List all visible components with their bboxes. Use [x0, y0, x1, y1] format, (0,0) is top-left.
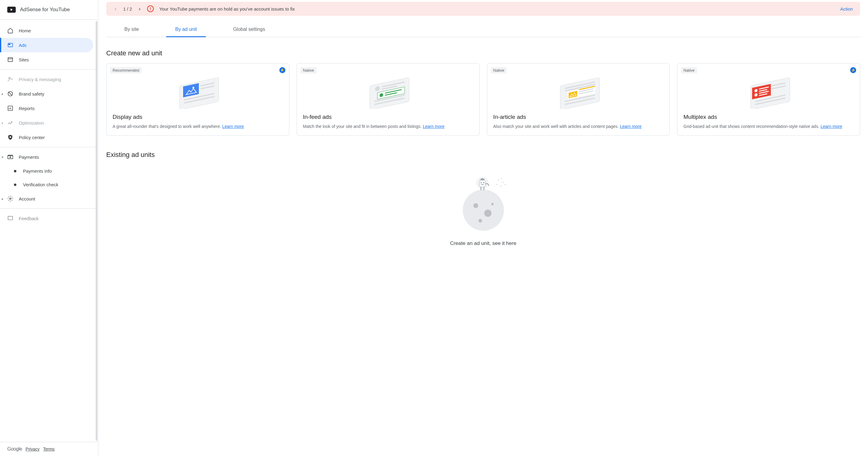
- create-section-title: Create new ad unit: [106, 49, 860, 57]
- learn-more-link[interactable]: Learn more: [423, 124, 444, 129]
- tab-by-ad-unit[interactable]: By ad unit: [175, 22, 197, 37]
- sidebar-item-policy[interactable]: Policy center: [0, 130, 98, 144]
- privacy-icon: [7, 76, 13, 82]
- sidebar-item-verification[interactable]: Verification check: [0, 178, 98, 191]
- sidebar-item-optimization[interactable]: ▸ Optimization: [0, 116, 98, 130]
- svg-rect-2: [8, 58, 13, 61]
- learn-more-link[interactable]: Learn more: [620, 124, 642, 129]
- svg-point-63: [480, 182, 482, 183]
- sidebar-item-label: Brand safety: [19, 91, 44, 96]
- svg-rect-12: [8, 156, 13, 159]
- privacy-link[interactable]: Privacy: [26, 447, 40, 452]
- youtube-logo-icon: [7, 7, 16, 13]
- svg-point-58: [484, 209, 492, 217]
- card-multiplex-ads[interactable]: Native ⚡ Multiplex ads Grid-based ad uni…: [677, 63, 860, 136]
- svg-point-72: [496, 184, 497, 185]
- sidebar-footer: Google Privacy Terms: [0, 442, 98, 456]
- bullet-icon: [14, 184, 17, 186]
- card-badge: Recommended: [110, 67, 142, 73]
- card-illustration: [683, 75, 854, 109]
- sidebar-item-account[interactable]: ▸ Account: [0, 191, 98, 206]
- alert-next-icon[interactable]: ›: [137, 6, 142, 12]
- svg-point-57: [473, 203, 478, 208]
- reports-icon: [7, 105, 13, 111]
- svg-point-56: [463, 190, 504, 231]
- empty-state: Create an ad unit, see it here: [106, 165, 860, 256]
- divider: [0, 147, 98, 147]
- svg-point-65: [480, 178, 485, 180]
- alert-action-link[interactable]: Action: [840, 6, 853, 11]
- svg-point-4: [9, 77, 10, 79]
- sidebar-item-label: Optimization: [19, 120, 44, 126]
- terms-link[interactable]: Terms: [43, 447, 55, 452]
- sidebar-item-label: Payments info: [23, 168, 52, 173]
- alert-prev-icon[interactable]: ‹: [114, 6, 118, 12]
- card-badge: Native: [301, 67, 317, 73]
- payments-icon: [7, 154, 13, 160]
- card-infeed-ads[interactable]: Native In-feed ads Match the look of you…: [297, 63, 480, 136]
- card-illustration: [493, 75, 664, 109]
- sidebar-item-sites[interactable]: Sites: [0, 52, 98, 67]
- sidebar-item-payments[interactable]: ▾ Payments: [0, 150, 98, 164]
- svg-rect-62: [480, 180, 485, 187]
- card-desc: Also match your site and work well with …: [493, 123, 664, 129]
- bullet-icon: [14, 170, 17, 172]
- sidebar-item-label: Account: [19, 196, 35, 201]
- sidebar-item-feedback[interactable]: Feedback: [0, 211, 98, 226]
- card-desc: Grid-based ad unit that shows content re…: [683, 123, 854, 129]
- alert-pager: 1 / 2: [123, 6, 132, 11]
- svg-point-15: [10, 198, 11, 200]
- sidebar-item-label: Reports: [19, 106, 35, 111]
- learn-more-link[interactable]: Learn more: [222, 124, 244, 129]
- sidebar-item-label: Home: [19, 28, 31, 33]
- svg-point-71: [504, 184, 505, 185]
- main-content: ‹ 1 / 2 › ! Your YouTube payments are on…: [98, 0, 868, 456]
- caret-right-icon: ▸: [2, 197, 3, 200]
- caret-right-icon: ▸: [2, 92, 3, 96]
- warning-icon: !: [147, 5, 154, 12]
- block-icon: [7, 91, 13, 97]
- feedback-icon: [7, 215, 13, 221]
- learn-more-link[interactable]: Learn more: [820, 124, 842, 129]
- sidebar-item-payments-info[interactable]: Payments info: [0, 164, 98, 178]
- card-desc: A great all-rounder that's designed to w…: [113, 123, 283, 129]
- svg-point-59: [478, 219, 482, 223]
- card-illustration: [113, 75, 283, 109]
- tab-by-site[interactable]: By site: [124, 22, 139, 37]
- caret-down-icon: ▾: [2, 156, 3, 159]
- card-inarticle-ads[interactable]: Native In-article ads Also match your si…: [487, 63, 670, 136]
- sidebar-item-reports[interactable]: Reports: [0, 101, 98, 116]
- sidebar-item-brand-safety[interactable]: ▸ Brand safety: [0, 87, 98, 101]
- google-logo: Google: [7, 446, 22, 452]
- sidebar-header: AdSense for YouTube: [0, 0, 98, 20]
- ad-unit-cards: Recommended ⚡ Display ads A great all-ro…: [106, 63, 860, 136]
- svg-point-64: [483, 182, 484, 183]
- card-display-ads[interactable]: Recommended ⚡ Display ads A great all-ro…: [106, 63, 289, 136]
- card-badge: Native: [491, 67, 507, 73]
- svg-line-6: [8, 92, 12, 96]
- sites-icon: [7, 57, 13, 63]
- existing-section-title: Existing ad units: [106, 151, 860, 159]
- scrollbar[interactable]: [96, 21, 97, 441]
- card-title: Multiplex ads: [683, 114, 854, 120]
- divider: [0, 208, 98, 209]
- alert-message: Your YouTube payments are on hold as you…: [159, 6, 835, 11]
- svg-rect-16: [8, 216, 13, 220]
- card-title: Display ads: [113, 114, 283, 120]
- caret-right-icon: ▸: [2, 121, 3, 125]
- sidebar-item-privacy[interactable]: Privacy & messaging: [0, 72, 98, 87]
- tab-global-settings[interactable]: Global settings: [233, 22, 265, 37]
- home-icon: [7, 28, 13, 34]
- card-desc: Match the look of your site and fit in b…: [303, 123, 473, 129]
- sidebar-item-ads[interactable]: Ads: [0, 38, 93, 52]
- svg-point-73: [501, 178, 502, 179]
- sidebar-item-label: Policy center: [19, 135, 45, 140]
- amp-icon: ⚡: [279, 67, 285, 73]
- sidebar-item-label: Privacy & messaging: [19, 77, 61, 82]
- app-title: AdSense for YouTube: [20, 7, 70, 13]
- sidebar: AdSense for YouTube Home Ads Sites Priva…: [0, 0, 98, 456]
- sidebar-nav: Home Ads Sites Privacy & messaging ▸ Bra…: [0, 20, 98, 442]
- svg-point-69: [502, 182, 503, 183]
- sidebar-item-label: Feedback: [19, 216, 39, 221]
- sidebar-item-home[interactable]: Home: [0, 23, 98, 38]
